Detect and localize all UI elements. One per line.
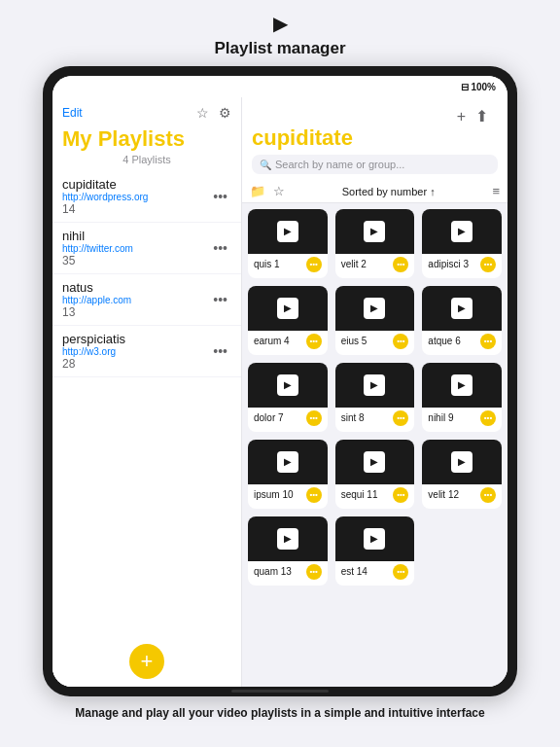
video-card[interactable]: ▶ quam 13 ••• xyxy=(248,516,328,586)
add-fab-container: + xyxy=(52,634,241,687)
video-card[interactable]: ▶ velit 2 ••• xyxy=(335,209,415,278)
main-content: Edit ☆ ⚙ My Playlists 4 Playlists cupidi… xyxy=(52,97,508,687)
left-panel: Edit ☆ ⚙ My Playlists 4 Playlists cupidi… xyxy=(52,97,242,687)
video-card[interactable]: ▶ eius 5 ••• xyxy=(335,286,415,355)
playlist-item[interactable]: cupiditate http://wordpress.org 14 ••• xyxy=(52,171,241,223)
video-card[interactable]: ▶ velit 12 ••• xyxy=(422,440,502,509)
playlist-item-name: nihil xyxy=(62,229,209,243)
video-more-button[interactable]: ••• xyxy=(306,334,322,349)
playlist-item-info: nihil http://twitter.com 35 xyxy=(62,229,209,267)
video-name: velit 2 xyxy=(341,259,367,269)
video-more-button[interactable]: ••• xyxy=(480,410,496,426)
video-info: sequi 11 ••• xyxy=(335,484,415,503)
video-play-button[interactable]: ▶ xyxy=(364,374,385,396)
video-more-button[interactable]: ••• xyxy=(306,487,322,503)
playlist-item-info: perspiciatis http://w3.org 28 xyxy=(62,332,209,371)
video-more-button[interactable]: ••• xyxy=(393,410,408,426)
video-name: sequi 11 xyxy=(341,489,378,500)
video-more-button[interactable]: ••• xyxy=(393,257,408,272)
video-card[interactable]: ▶ dolor 7 ••• xyxy=(248,363,328,432)
video-card[interactable]: ▶ ipsum 10 ••• xyxy=(248,440,328,509)
list-view-icon[interactable]: ≡ xyxy=(492,184,500,198)
playlist-item-info: cupiditate http://wordpress.org 14 xyxy=(62,177,209,216)
video-play-button[interactable]: ▶ xyxy=(451,298,472,319)
video-name: ipsum 10 xyxy=(254,489,294,500)
playlist-more-button[interactable]: ••• xyxy=(209,187,231,206)
top-bar: ▶ Playlist manager xyxy=(0,0,560,66)
gear-icon[interactable]: ⚙ xyxy=(219,105,231,121)
video-info: ipsum 10 ••• xyxy=(248,484,328,503)
video-info: quam 13 ••• xyxy=(248,561,328,580)
video-card[interactable]: ▶ est 14 ••• xyxy=(335,516,415,586)
star-toolbar-icon[interactable]: ☆ xyxy=(273,184,285,198)
playlist-item[interactable]: perspiciatis http://w3.org 28 ••• xyxy=(52,326,241,377)
video-play-button[interactable]: ▶ xyxy=(277,298,298,319)
add-video-button[interactable]: + xyxy=(457,108,466,125)
video-name: earum 4 xyxy=(254,336,290,346)
battery-icon: ⊟ 100% xyxy=(461,82,496,92)
video-card[interactable]: ▶ sint 8 ••• xyxy=(335,363,415,432)
sort-label[interactable]: Sorted by number ↑ xyxy=(342,186,436,197)
video-more-button[interactable]: ••• xyxy=(306,257,322,272)
video-play-button[interactable]: ▶ xyxy=(364,298,385,319)
video-more-button[interactable]: ••• xyxy=(306,564,322,580)
video-thumbnail: ▶ xyxy=(422,286,502,331)
video-play-button[interactable]: ▶ xyxy=(364,451,385,473)
video-play-button[interactable]: ▶ xyxy=(364,221,385,242)
video-card[interactable]: ▶ nihil 9 ••• xyxy=(422,363,502,432)
playlist-item-url: http://twitter.com xyxy=(62,243,209,254)
toolbar: 📁 ☆ Sorted by number ↑ ≡ xyxy=(242,180,508,203)
playlist-item-name: natus xyxy=(62,280,209,295)
edit-button[interactable]: Edit xyxy=(62,106,83,120)
playlist-more-button[interactable]: ••• xyxy=(209,238,231,258)
playlist-item-url: http://wordpress.org xyxy=(62,192,209,202)
video-play-button[interactable]: ▶ xyxy=(451,221,472,242)
video-name: adipisci 3 xyxy=(428,259,469,269)
video-card[interactable]: ▶ quis 1 ••• xyxy=(248,209,328,278)
home-indicator xyxy=(231,690,329,693)
playlist-item[interactable]: natus http://apple.com 13 ••• xyxy=(52,274,241,326)
video-info: earum 4 ••• xyxy=(248,331,328,349)
video-card[interactable]: ▶ adipisci 3 ••• xyxy=(422,209,502,278)
video-play-button[interactable]: ▶ xyxy=(277,451,298,473)
share-button[interactable]: ⬆ xyxy=(475,107,488,125)
video-play-button[interactable]: ▶ xyxy=(451,451,472,473)
playlist-more-button[interactable]: ••• xyxy=(209,341,231,361)
playlist-list[interactable]: cupiditate http://wordpress.org 14 ••• n… xyxy=(52,171,241,634)
video-play-button[interactable]: ▶ xyxy=(364,528,385,550)
star-icon[interactable]: ☆ xyxy=(196,105,209,121)
video-name: dolor 7 xyxy=(254,412,284,423)
video-card[interactable]: ▶ earum 4 ••• xyxy=(248,286,328,355)
search-icon: 🔍 xyxy=(260,160,271,170)
video-thumbnail: ▶ xyxy=(422,363,502,408)
video-more-button[interactable]: ••• xyxy=(480,257,496,272)
video-play-button[interactable]: ▶ xyxy=(277,528,298,550)
video-info: eius 5 ••• xyxy=(335,331,415,349)
video-more-button[interactable]: ••• xyxy=(393,334,408,349)
video-thumbnail: ▶ xyxy=(248,286,328,331)
right-panel-title: cupiditate xyxy=(252,125,498,151)
video-more-button[interactable]: ••• xyxy=(393,487,408,503)
search-bar[interactable]: 🔍 Search by name or group... xyxy=(252,155,498,174)
video-name: quam 13 xyxy=(254,566,292,577)
playlist-item[interactable]: nihil http://twitter.com 35 ••• xyxy=(52,223,241,274)
video-name: nihil 9 xyxy=(428,412,453,423)
video-play-button[interactable]: ▶ xyxy=(277,221,298,242)
add-playlist-button[interactable]: + xyxy=(129,644,164,679)
video-more-button[interactable]: ••• xyxy=(480,334,496,349)
video-more-button[interactable]: ••• xyxy=(480,487,496,503)
playlist-more-button[interactable]: ••• xyxy=(209,290,231,309)
video-play-button[interactable]: ▶ xyxy=(451,374,472,396)
video-info: atque 6 ••• xyxy=(422,331,502,349)
video-name: eius 5 xyxy=(341,336,368,346)
video-card[interactable]: ▶ atque 6 ••• xyxy=(422,286,502,355)
video-thumbnail: ▶ xyxy=(422,209,502,254)
folder-icon[interactable]: 📁 xyxy=(250,184,265,198)
video-more-button[interactable]: ••• xyxy=(306,410,322,426)
video-play-button[interactable]: ▶ xyxy=(277,374,298,396)
video-more-button[interactable]: ••• xyxy=(393,564,408,580)
video-card[interactable]: ▶ sequi 11 ••• xyxy=(335,440,415,509)
playlist-count: 4 Playlists xyxy=(52,154,241,171)
video-name: atque 6 xyxy=(428,336,460,346)
video-thumbnail: ▶ xyxy=(422,440,502,484)
